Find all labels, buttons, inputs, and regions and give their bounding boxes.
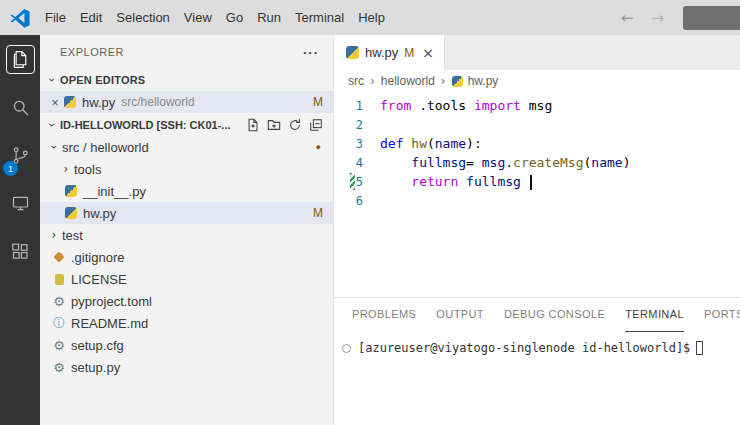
tab-ports[interactable]: PORTS — [704, 298, 740, 332]
remote-explorer-icon — [7, 190, 34, 217]
breadcrumb-helloworld[interactable]: helloworld — [381, 74, 435, 88]
code-line-5[interactable]: 5 return fullmsg — [334, 172, 740, 191]
chevron-down-icon: › — [45, 117, 59, 133]
line-number: 1 — [334, 99, 380, 113]
tab-hw-py[interactable]: hw.py M × — [334, 35, 445, 70]
code-line-1[interactable]: 1 from .tools import msg — [334, 96, 740, 115]
gear-icon: ⚙ — [52, 294, 66, 308]
files-icon — [6, 45, 35, 74]
tree-item-test[interactable]: › test — [40, 224, 333, 246]
tree-item-tools[interactable]: › tools — [40, 158, 333, 180]
refresh-icon[interactable] — [288, 118, 302, 132]
menu-edit[interactable]: Edit — [73, 0, 109, 35]
new-folder-icon[interactable] — [267, 118, 281, 132]
chevron-right-icon: › — [441, 74, 446, 88]
modified-badge: M — [404, 46, 414, 60]
tree-label: LICENSE — [71, 272, 127, 287]
search-icon — [7, 94, 34, 121]
titlebar: File Edit Selection View Go Run Terminal… — [0, 0, 740, 35]
vscode-window: File Edit Selection View Go Run Terminal… — [0, 0, 740, 425]
panel-tabbar: PROBLEMS OUTPUT DEBUG CONSOLE TERMINAL P… — [334, 298, 740, 332]
tree-item-setup-py[interactable]: ⚙ setup.py — [40, 356, 333, 378]
extensions-icon — [7, 238, 34, 265]
menu-run[interactable]: Run — [250, 0, 288, 35]
code-line-4[interactable]: 4 fullmsg= msg.createMsg(name) — [334, 153, 740, 172]
modified-badge: M — [313, 206, 323, 220]
editor-group: hw.py M × src › helloworld › hw.py 1 fro… — [333, 35, 740, 425]
close-icon[interactable]: × — [47, 95, 63, 110]
tab-label: hw.py — [365, 45, 398, 60]
menu-help[interactable]: Help — [351, 0, 392, 35]
tree-item-init-py[interactable]: __init__.py — [40, 180, 333, 202]
open-editor-item[interactable]: × hw.py src/helloworld M — [40, 91, 333, 113]
code-text: return fullmsg — [380, 174, 532, 190]
code-line-3[interactable]: 3 def hw(name): — [334, 134, 740, 153]
code-line-2[interactable]: 2 — [334, 115, 740, 134]
close-icon[interactable]: × — [422, 45, 434, 61]
tree-item-hw-py[interactable]: hw.py M — [40, 202, 333, 224]
menu-selection[interactable]: Selection — [109, 0, 176, 35]
license-icon — [52, 272, 66, 286]
workbench-body: 1 EXPLORER — [0, 35, 740, 425]
tree-item-src-helloworld[interactable]: › src / helloworld ● — [40, 136, 333, 158]
breadcrumb-src[interactable]: src — [348, 74, 364, 88]
more-actions-icon[interactable]: ··· — [303, 45, 319, 60]
chevron-down-icon: › — [47, 139, 61, 155]
modified-dot: ● — [316, 142, 321, 152]
tree-label: src / helloworld — [62, 140, 149, 155]
chevron-down-icon: › — [45, 72, 59, 88]
tree-label: pyproject.toml — [71, 294, 152, 309]
forward-icon[interactable]: → — [642, 9, 673, 27]
activity-search[interactable] — [0, 83, 40, 131]
tree-item-pyproject-toml[interactable]: ⚙ pyproject.toml — [40, 290, 333, 312]
editor-tabbar: hw.py M × — [334, 35, 740, 70]
open-editor-filename: hw.py — [82, 95, 115, 110]
info-icon: ⓘ — [52, 316, 66, 330]
activity-source-control[interactable]: 1 — [0, 131, 40, 179]
back-icon[interactable]: ← — [612, 9, 643, 27]
terminal-view[interactable]: [azureuser@viyatogo-singlenode id-hellow… — [334, 332, 740, 425]
tree-item-setup-cfg[interactable]: ⚙ setup.cfg — [40, 334, 333, 356]
new-file-icon[interactable] — [246, 118, 260, 132]
menu-view[interactable]: View — [177, 0, 219, 35]
source-control-badge: 1 — [3, 161, 18, 176]
tab-terminal[interactable]: TERMINAL — [625, 298, 684, 332]
breadcrumb-file[interactable]: hw.py — [452, 74, 499, 88]
command-decoration-icon — [342, 344, 351, 353]
code-text: fullmsg= msg.createMsg(name) — [380, 155, 630, 170]
python-file-icon — [64, 206, 78, 220]
git-icon — [52, 250, 66, 264]
tree-label: hw.py — [83, 206, 116, 221]
bottom-panel: PROBLEMS OUTPUT DEBUG CONSOLE TERMINAL P… — [334, 297, 740, 425]
code-editor[interactable]: 1 from .tools import msg 2 3 def hw(name… — [334, 92, 740, 297]
terminal-prompt: [azureuser@viyatogo-singlenode id-hellow… — [358, 341, 690, 355]
open-editors-header[interactable]: › OPEN EDITORS — [40, 69, 333, 91]
workspace-header[interactable]: › ID-HELLOWORLD [SSH: CK01-... — [40, 113, 333, 136]
menu-go[interactable]: Go — [219, 0, 250, 35]
line-number: 2 — [334, 118, 380, 132]
tab-output[interactable]: OUTPUT — [436, 298, 484, 332]
terminal-cursor — [696, 341, 703, 355]
tree-item-readme-md[interactable]: ⓘ README.md — [40, 312, 333, 334]
vscode-logo-icon — [10, 8, 30, 28]
line-number: 4 — [334, 156, 380, 170]
tree-item-license[interactable]: LICENSE — [40, 268, 333, 290]
collapse-all-icon[interactable] — [309, 118, 323, 132]
chevron-right-icon: › — [370, 74, 375, 88]
modified-badge: M — [313, 95, 333, 109]
tree-label: setup.py — [71, 360, 120, 375]
code-line-6[interactable]: 6 — [334, 191, 740, 210]
menu-terminal[interactable]: Terminal — [288, 0, 351, 35]
menu-file[interactable]: File — [38, 0, 73, 35]
line-number: 5 — [334, 175, 380, 189]
tab-problems[interactable]: PROBLEMS — [352, 298, 416, 332]
activity-remote-explorer[interactable] — [0, 179, 40, 227]
activity-explorer[interactable] — [0, 35, 40, 83]
titlebar-control-box[interactable] — [683, 6, 740, 30]
tab-debug-console[interactable]: DEBUG CONSOLE — [504, 298, 605, 332]
explorer-sidebar: EXPLORER ··· › OPEN EDITORS × hw.py src/… — [40, 35, 333, 425]
tree-item-gitignore[interactable]: .gitignore — [40, 246, 333, 268]
chevron-right-icon: › — [46, 228, 62, 242]
activity-extensions[interactable] — [0, 227, 40, 275]
open-editor-path: src/helloworld — [121, 95, 313, 109]
